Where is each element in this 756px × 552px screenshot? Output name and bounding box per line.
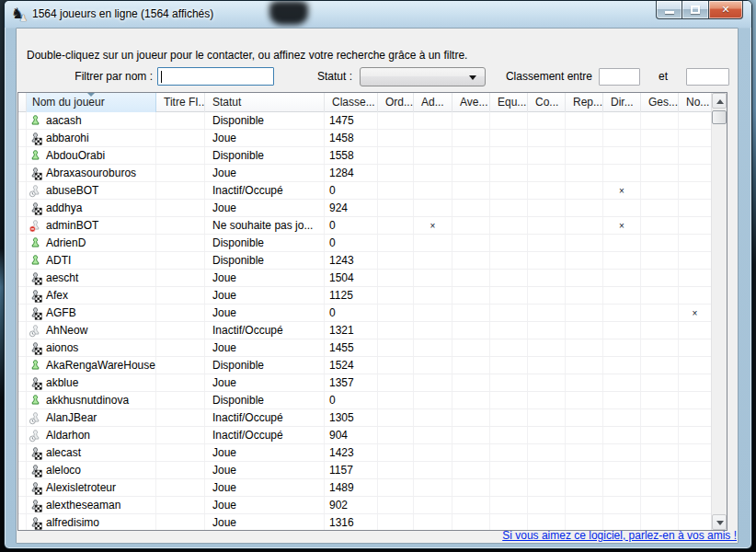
table-row[interactable]: aacashDisponible1475 xyxy=(18,112,711,130)
status-dropdown[interactable] xyxy=(360,67,486,86)
player-status-cell: Inactif/Occupé xyxy=(205,322,325,339)
player-name: AkaRengaWareHouse xyxy=(46,359,155,372)
filter-name-input[interactable] xyxy=(157,67,274,86)
scroll-up-button[interactable] xyxy=(712,93,727,109)
scroll-down-button[interactable] xyxy=(712,514,727,530)
column-header-name[interactable]: Nom du joueur xyxy=(27,93,156,112)
player-name: alfredisimo xyxy=(46,516,99,529)
player-rep-cell xyxy=(566,217,603,234)
player-equ-cell xyxy=(490,217,528,234)
arrow-up-icon xyxy=(716,99,724,104)
column-header-classement[interactable]: Classe... xyxy=(325,93,378,112)
table-row[interactable]: AbdouOrabiDisponible1558 xyxy=(18,147,711,165)
player-rep-cell xyxy=(566,339,603,356)
player-ord-cell xyxy=(378,147,414,164)
table-row[interactable]: akblueJoue1357 xyxy=(18,374,711,392)
player-dir-cell xyxy=(603,409,641,426)
column-header-equ[interactable]: Equ... xyxy=(490,93,528,112)
player-equ-cell xyxy=(490,462,528,478)
x-mark: × xyxy=(603,184,640,198)
column-header-ges[interactable]: Ges... xyxy=(641,93,679,112)
player-equ-cell xyxy=(490,444,528,461)
table-row[interactable]: alelocoJoue1157 xyxy=(18,462,711,479)
column-header-ad[interactable]: Ad... xyxy=(414,93,452,112)
row-gutter xyxy=(18,514,27,530)
column-header-titre[interactable]: Titre FI... xyxy=(156,93,205,112)
table-row[interactable]: ADTIDisponible1243 xyxy=(18,252,711,270)
player-rating-cell: 1305 xyxy=(325,409,378,426)
table-row[interactable]: adminBOTNe souhaite pas jo...0×× xyxy=(18,217,711,235)
player-rating-cell: 1475 xyxy=(325,112,378,129)
column-header-ave[interactable]: Ave... xyxy=(452,93,490,112)
player-ave-cell xyxy=(452,130,490,146)
column-header-statut[interactable]: Statut xyxy=(205,93,325,112)
table-row[interactable]: AlexisletroteurJoue1489 xyxy=(18,479,711,497)
player-ave-cell xyxy=(452,305,490,321)
table-row[interactable]: abuseBOTInactif/Occupé0× xyxy=(18,182,711,200)
player-name-cell: ADTI xyxy=(27,252,156,269)
ranking-max-input[interactable] xyxy=(686,68,729,86)
table-row[interactable]: AkaRengaWareHouseDisponible1524 xyxy=(18,357,711,374)
maximize-button[interactable] xyxy=(682,1,708,19)
filter-name-label: Filtrer par nom : xyxy=(35,70,153,83)
table-row[interactable]: alecastJoue1423 xyxy=(18,444,711,462)
player-no-cell xyxy=(679,514,711,530)
column-header-co[interactable]: Co... xyxy=(528,93,566,112)
player-rep-cell xyxy=(566,235,603,251)
table-row[interactable]: alfredisimoJoue1316 xyxy=(18,514,711,530)
player-status-cell: Disponible xyxy=(205,357,325,374)
column-header-no[interactable]: No... xyxy=(679,93,711,112)
player-dir-cell xyxy=(603,147,641,164)
player-title-cell xyxy=(156,427,205,443)
player-rep-cell xyxy=(566,287,603,304)
vertical-scrollbar[interactable] xyxy=(711,93,727,530)
table-row[interactable]: AdrienDDisponible0 xyxy=(18,235,711,252)
table-row[interactable]: aionosJoue1455 xyxy=(18,339,711,357)
table-row[interactable]: akkhusnutdinovaDisponible0 xyxy=(18,392,711,409)
player-title-cell xyxy=(156,130,205,146)
minimize-button[interactable] xyxy=(656,1,682,19)
status-playing-icon xyxy=(29,271,42,285)
table-row[interactable]: AldarhonInactif/Occupé904 xyxy=(18,427,711,444)
player-dir-cell xyxy=(603,252,641,269)
scrollbar-thumb[interactable] xyxy=(712,110,727,124)
row-gutter xyxy=(18,427,27,443)
titlebar[interactable]: ♞ ♟ 1564 joueurs en ligne (1564 affichés… xyxy=(5,1,751,28)
column-header-rep[interactable]: Rep... xyxy=(566,93,603,112)
table-row[interactable]: abbarohiJoue1458 xyxy=(18,130,711,147)
share-link[interactable]: Si vous aimez ce logiciel, parlez-en à v… xyxy=(502,529,737,542)
column-header-dir[interactable]: Dir... xyxy=(603,93,641,112)
player-name: Abraxasouroburos xyxy=(46,167,136,179)
row-gutter xyxy=(18,270,27,286)
player-rep-cell xyxy=(566,147,603,164)
player-ges-cell xyxy=(641,462,679,478)
status-idle-icon xyxy=(29,429,42,443)
player-equ-cell xyxy=(490,165,528,181)
player-ord-cell xyxy=(378,270,414,286)
player-co-cell xyxy=(528,479,566,496)
ranking-min-input[interactable] xyxy=(599,68,640,86)
close-button[interactable]: ✕ xyxy=(708,1,743,19)
table-header-row: Nom du joueurTitre FI...StatutClasse...O… xyxy=(18,93,711,112)
column-header-gutter[interactable] xyxy=(18,93,27,112)
player-ges-cell xyxy=(641,270,679,286)
player-ges-cell xyxy=(641,479,679,496)
player-rating-cell: 1423 xyxy=(325,444,378,461)
player-dir-cell xyxy=(603,322,641,339)
table-row[interactable]: AhNeowInactif/Occupé1321 xyxy=(18,322,711,339)
table-row[interactable]: addhyaJoue924 xyxy=(18,200,711,217)
player-title-cell xyxy=(156,497,205,513)
status-idle-icon xyxy=(29,411,42,425)
player-title-cell xyxy=(156,235,205,251)
player-ord-cell xyxy=(378,322,414,339)
table-row[interactable]: aeschtJoue1504 xyxy=(18,270,711,287)
table-row[interactable]: AlanJBearInactif/Occupé1305 xyxy=(18,409,711,427)
player-ad-cell xyxy=(414,339,452,356)
table-row[interactable]: AGFBJoue0× xyxy=(18,305,711,322)
table-row[interactable]: AfexJoue1125 xyxy=(18,287,711,305)
player-no-cell xyxy=(679,322,711,339)
table-row[interactable]: alextheseamanJoue902 xyxy=(18,497,711,514)
table-row[interactable]: AbraxasouroburosJoue1284 xyxy=(18,165,711,182)
player-ges-cell xyxy=(641,427,679,443)
column-header-ord[interactable]: Ord... xyxy=(378,93,414,112)
